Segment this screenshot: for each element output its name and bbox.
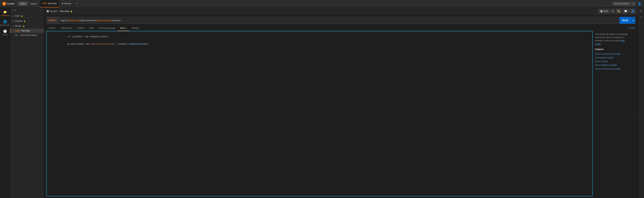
sidebar-item-assist[interactable]: ▶ Assist 🔒 xyxy=(10,13,44,18)
topbar-actions: New Import xyxy=(17,2,40,6)
filter-icon[interactable]: ≡ xyxy=(14,9,16,12)
new-button[interactable]: New xyxy=(18,2,28,6)
breadcrumb-lock-icon: 🔒 xyxy=(70,10,72,12)
nav-environments[interactable]: 🌐 Environments xyxy=(2,18,8,28)
breadcrumb-parent[interactable]: Monitor xyxy=(50,10,57,12)
snippet-get-env-variable[interactable]: Get an environment variable xyxy=(595,52,631,56)
method-selector[interactable]: POST ▾ xyxy=(46,17,58,24)
code-line-1: 1 var jsonData = pm.response.json(); xyxy=(47,33,592,40)
sidebar-item-check-rule-status[interactable]: GET Check Rule Status xyxy=(10,33,44,38)
sidebar-item-monitor[interactable]: ▼ Monitor 🔒 xyxy=(10,24,44,28)
lock-icon: 🔒 xyxy=(23,25,25,27)
save-dropdown-button[interactable]: ▾ xyxy=(611,9,615,13)
code-line-2: 2 pm.environment.set("MonitorExecutionId… xyxy=(47,40,592,48)
breadcrumb-separator: / xyxy=(58,10,59,12)
save-button[interactable]: 💾 Save xyxy=(598,9,610,13)
save-icon: 💾 xyxy=(600,10,603,12)
snippet-get-collection-variable[interactable]: Get a collection variable xyxy=(595,63,631,67)
tab-authorization[interactable]: Authorization xyxy=(58,26,74,31)
add-tab-button[interactable]: + xyxy=(74,2,80,6)
breadcrumb-current: Run Rule xyxy=(60,10,69,12)
edge-panel-button-2[interactable]: ℹ xyxy=(640,15,642,20)
sidebar-item-run-rule[interactable]: POST Run Rule xyxy=(10,28,44,33)
code-editor[interactable]: 1 var jsonData = pm.response.json(); 2 p… xyxy=(46,31,593,196)
line-number: 2 xyxy=(47,40,53,43)
main-layout: 📁 Collections 🌐 Environments 🕐 History +… xyxy=(0,8,644,198)
method-badge-get: GET xyxy=(15,34,18,36)
tab-params[interactable]: Params xyxy=(46,26,58,31)
topbar-right: No Environment ▾ 👤 xyxy=(610,1,644,6)
panel-resize-handle[interactable]: › xyxy=(633,31,636,196)
topbar: L Loome New Import POST Run Rule 🖥 Monit… xyxy=(0,0,644,8)
collections-icon: 📁 xyxy=(3,10,7,14)
request-tabs: Params Authorization Headers Body Pre-re… xyxy=(44,26,638,31)
method-dropdown-icon: ▾ xyxy=(55,19,56,22)
more-options-icon[interactable]: ··· xyxy=(40,9,42,12)
request-header: 📋 Monitor / Run Rule 🔒 💾 Save ▾ ✏️ 💬 👤 xyxy=(44,8,638,15)
tab-run-rule[interactable]: POST Run Rule xyxy=(40,0,59,8)
tab-headers[interactable]: Headers xyxy=(74,26,87,31)
snippets-panel: Test scripts are written in JavaScript, … xyxy=(593,31,633,196)
tab-bar: POST Run Rule 🖥 Monitor + xyxy=(40,0,610,8)
tab-tests[interactable]: Tests xyxy=(118,26,129,31)
chevron-right-icon: ▶ xyxy=(12,15,14,17)
snippets-title: Snippets xyxy=(595,48,631,50)
snippet-get-global-variable[interactable]: Get a global variable xyxy=(595,56,631,60)
line-number: 1 xyxy=(47,33,53,36)
code-content: var jsonData = pm.response.json(); xyxy=(53,33,109,40)
sidebar-item-integrate[interactable]: ▶ Integrate 🔒 xyxy=(10,18,44,24)
tab-label-monitor: Monitor xyxy=(64,2,71,5)
profile-icon-button[interactable]: 👤 xyxy=(637,1,642,6)
nav-history[interactable]: 🕐 History xyxy=(2,28,8,37)
app-name: Loome xyxy=(7,2,14,5)
sidebar-nav-icons: 📁 Collections 🌐 Environments 🕐 History xyxy=(0,8,10,198)
breadcrumb: 📋 Monitor / Run Rule 🔒 xyxy=(46,10,72,12)
lock-icon: 🔒 xyxy=(24,20,26,22)
edge-panel-button-1[interactable]: ☰ xyxy=(639,9,643,14)
environments-icon: 🌐 xyxy=(3,20,7,24)
request-area: 📋 Monitor / Run Rule 🔒 💾 Save ▾ ✏️ 💬 👤 P… xyxy=(44,8,638,198)
chevron-down-icon: ▼ xyxy=(12,25,14,27)
sidebar-toolbar: + ≡ ··· xyxy=(10,8,44,13)
chevron-right-icon: ▶ xyxy=(12,20,14,22)
import-button[interactable]: Import xyxy=(28,2,39,6)
right-edge-panel: ☰ ℹ xyxy=(638,8,644,198)
code-content: pm.environment.set("MonitorExecutionId",… xyxy=(53,40,149,48)
send-button[interactable]: Send xyxy=(620,17,631,24)
tests-dot-indicator xyxy=(126,28,127,29)
nav-collections[interactable]: 📁 Collections xyxy=(2,9,8,18)
snippet-get-variable[interactable]: Get a variable xyxy=(595,60,631,63)
send-dropdown-button[interactable]: ▾ xyxy=(631,17,635,24)
add-collection-icon[interactable]: + xyxy=(12,9,13,12)
app-logo: L Loome xyxy=(0,2,17,6)
editor-area: 1 var jsonData = pm.response.json(); 2 p… xyxy=(46,31,636,196)
method-badge-post: POST xyxy=(15,30,20,32)
cookies-link[interactable]: Cookies xyxy=(628,26,636,31)
tab-body[interactable]: Body xyxy=(87,26,96,31)
info-icon-button[interactable]: 👤 xyxy=(630,9,636,14)
tab-method-badge: POST xyxy=(42,2,47,4)
sidebar: + ≡ ··· ▶ Assist 🔒 ▶ Integrate 🔒 ▼ Monit… xyxy=(10,8,44,198)
environment-selector[interactable]: No Environment ▾ xyxy=(612,2,636,6)
monitor-breadcrumb-icon: 📋 xyxy=(46,10,49,12)
tab-settings[interactable]: Settings xyxy=(129,26,141,31)
url-input-display[interactable]: https:// {{MonitorUrl}} /api/v1/rulesets… xyxy=(58,17,619,24)
env-dropdown-icon: ▾ xyxy=(633,2,634,5)
edit-icon-button[interactable]: ✏️ xyxy=(616,9,622,14)
lock-icon: 🔒 xyxy=(21,15,23,17)
sidebar-content: ▶ Assist 🔒 ▶ Integrate 🔒 ▼ Monitor 🔒 POS… xyxy=(10,13,44,198)
tab-monitor[interactable]: 🖥 Monitor xyxy=(59,0,74,8)
snippets-description: Test scripts are written in JavaScript, … xyxy=(595,33,631,46)
method-label: POST xyxy=(48,19,54,22)
snippet-set-env-variable[interactable]: Set an environment variable xyxy=(595,67,631,71)
tab-pre-request-script[interactable]: Pre-request Script xyxy=(96,26,118,31)
history-icon: 🕐 xyxy=(3,30,7,33)
url-bar: POST ▾ https:// {{MonitorUrl}} /api/v1/r… xyxy=(46,17,636,24)
monitor-icon: 🖥 xyxy=(62,2,64,4)
request-header-right: 💾 Save ▾ ✏️ 💬 👤 xyxy=(598,9,636,14)
tab-label: Run Rule xyxy=(48,2,57,5)
comment-icon-button[interactable]: 💬 xyxy=(623,9,628,14)
logo-icon: L xyxy=(2,2,6,6)
